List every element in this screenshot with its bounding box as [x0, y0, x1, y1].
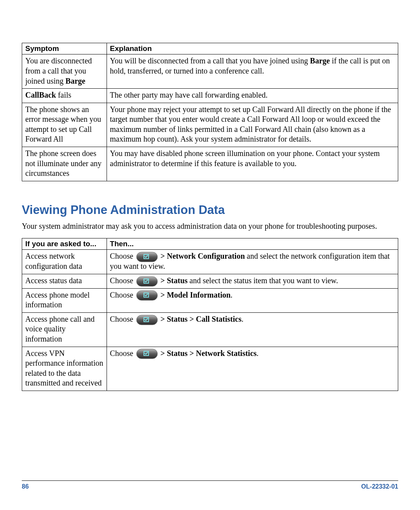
explanation-cell: The other party may have call forwarding…: [107, 89, 398, 103]
col-header-symptom: Symptom: [22, 43, 107, 54]
col-header-explanation: Explanation: [107, 43, 398, 54]
settings-button-icon: [136, 291, 158, 300]
explanation-cell: You may have disabled phone screen illum…: [107, 147, 398, 181]
page-number: 86: [22, 483, 29, 490]
settings-button-icon: [136, 252, 158, 261]
intro-paragraph: Your system administrator may ask you to…: [22, 221, 398, 231]
asked-cell: Access phone model information: [22, 288, 107, 312]
table-header-row: If you are asked to... Then...: [22, 238, 398, 249]
then-cell: Choose > Network Configuration and selec…: [107, 250, 398, 274]
page-content: Symptom Explanation You are disconnected…: [0, 0, 420, 407]
table-row: CallBack fails The other party may have …: [22, 89, 398, 103]
table-row: You are disconnected from a call that yo…: [22, 54, 398, 89]
svg-rect-2: [136, 277, 158, 286]
svg-rect-0: [136, 252, 158, 262]
table-row: Access VPN performance information relat…: [22, 347, 398, 391]
table-row: Access status data Choose > Status and s…: [22, 274, 398, 288]
table-row: The phone screen does not illuminate und…: [22, 147, 398, 181]
page-footer: 86 OL-22332-01: [0, 480, 420, 492]
symptom-cell: CallBack fails: [22, 89, 107, 103]
document-id: OL-22332-01: [361, 483, 398, 490]
symptom-table: Symptom Explanation You are disconnected…: [22, 43, 398, 181]
asked-cell: Access phone call and voice quality info…: [22, 312, 107, 347]
symptom-cell: The phone screen does not illuminate und…: [22, 147, 107, 181]
then-cell: Choose > Status and select the status it…: [107, 274, 398, 288]
table-row: The phone shows an error message when yo…: [22, 103, 398, 147]
then-cell: Choose > Model Information.: [107, 288, 398, 312]
table-row: Access phone model information Choose > …: [22, 288, 398, 312]
instructions-table: If you are asked to... Then... Access ne…: [22, 238, 398, 391]
col-header-then: Then...: [107, 238, 398, 249]
explanation-cell: You will be disconnected from a call tha…: [107, 54, 398, 89]
settings-button-icon: [136, 315, 158, 324]
table-row: Access phone call and voice quality info…: [22, 312, 398, 347]
settings-button-icon: [136, 277, 158, 286]
symptom-cell: You are disconnected from a call that yo…: [22, 54, 107, 89]
table-header-row: Symptom Explanation: [22, 43, 398, 54]
settings-button-icon: [136, 349, 158, 358]
svg-rect-8: [136, 349, 158, 359]
asked-cell: Access status data: [22, 274, 107, 288]
svg-rect-4: [136, 291, 158, 300]
section-heading: Viewing Phone Administration Data: [22, 203, 398, 217]
symptom-cell: The phone shows an error message when yo…: [22, 103, 107, 147]
asked-cell: Access network configuration data: [22, 250, 107, 274]
then-cell: Choose > Status > Call Statistics.: [107, 312, 398, 347]
svg-rect-6: [136, 315, 158, 325]
asked-cell: Access VPN performance information relat…: [22, 347, 107, 391]
table-row: Access network configuration data Choose…: [22, 250, 398, 274]
col-header-asked: If you are asked to...: [22, 238, 107, 249]
explanation-cell: Your phone may reject your attempt to se…: [107, 103, 398, 147]
then-cell: Choose > Status > Network Statistics.: [107, 347, 398, 391]
